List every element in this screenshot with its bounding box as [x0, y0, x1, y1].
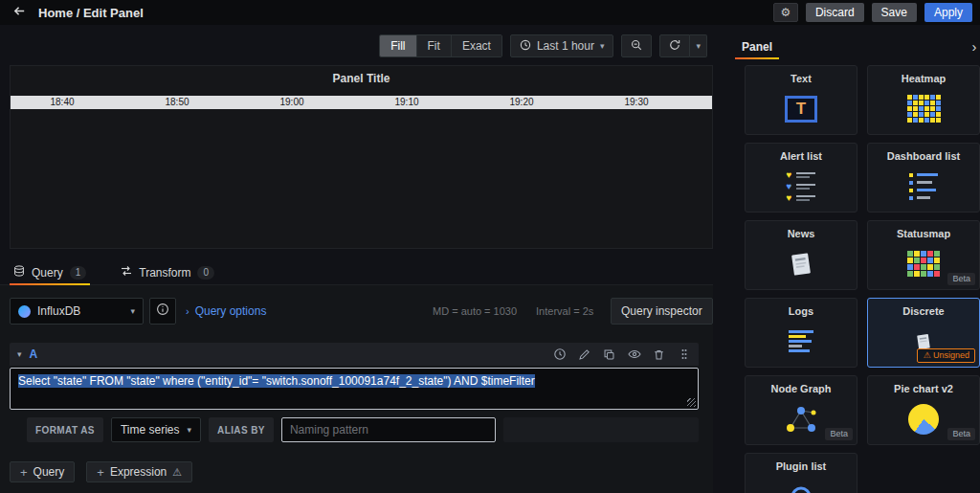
viz-card-name: Alert list: [780, 150, 822, 162]
format-as-label: FORMAT AS: [27, 417, 103, 442]
view-toolbar: Fill Fit Exact Last 1 hour ▾ ▾: [0, 34, 713, 57]
tab-query-label: Query: [32, 266, 63, 280]
topbar-actions: ⚙ Discard Save Apply: [773, 3, 974, 22]
size-mode-fit[interactable]: Fit: [417, 35, 452, 56]
viz-card-news[interactable]: News: [745, 220, 858, 290]
axis-tick: 19:20: [505, 97, 538, 107]
apply-button[interactable]: Apply: [924, 3, 972, 22]
refresh-interval-button[interactable]: ▾: [690, 34, 707, 57]
zoom-out-icon: [631, 39, 642, 54]
sidebar-collapse-button[interactable]: ›: [969, 36, 980, 56]
dashboard-list-icon: [909, 167, 938, 212]
time-range-picker[interactable]: Last 1 hour ▾: [510, 34, 614, 57]
drag-handle-icon[interactable]: [677, 347, 691, 362]
alias-by-label: ALIAS BY: [209, 417, 274, 442]
news-icon: [786, 244, 816, 289]
query-options-label: Query options: [195, 304, 267, 318]
time-range-label: Last 1 hour: [537, 39, 594, 53]
viz-card-text[interactable]: TextT: [745, 65, 858, 135]
query-count-badge: 1: [70, 266, 87, 280]
query-history-icon[interactable]: [552, 347, 567, 362]
zoom-out-button[interactable]: [621, 34, 652, 57]
warning-triangle-icon: ⚠: [172, 466, 182, 479]
viz-card-heatmap[interactable]: Heatmap: [867, 65, 980, 135]
add-query-button[interactable]: + Query: [10, 461, 75, 482]
format-as-value: Time series: [121, 423, 180, 437]
text-icon: T: [785, 89, 817, 134]
datasource-picker[interactable]: InfluxDB ▾: [10, 298, 144, 325]
pie-chart-icon: [908, 399, 939, 444]
settings-button[interactable]: ⚙: [773, 3, 798, 22]
viz-card-badge-unsigned: ⚠ Unsigned: [917, 348, 975, 363]
alias-by-input[interactable]: [281, 417, 496, 442]
query-ref-id: A: [30, 347, 38, 361]
viz-card-dashboard-list[interactable]: Dashboard list: [867, 143, 980, 213]
query-text-editor[interactable]: Select "state" FROM "state" where ("enti…: [10, 368, 699, 410]
logs-icon: [789, 322, 813, 367]
query-row-actions: [552, 347, 691, 362]
edit-panel-page: Home / Edit Panel ⚙ Discard Save Apply F…: [0, 0, 980, 493]
query-inspector-button[interactable]: Query inspector: [611, 298, 713, 325]
viz-card-logs[interactable]: Logs: [745, 298, 858, 368]
tab-query[interactable]: Query 1: [10, 260, 90, 284]
collapse-chevron-icon[interactable]: ▾: [17, 350, 22, 359]
add-query-label: Query: [33, 465, 65, 479]
datasource-help-button[interactable]: [149, 298, 176, 325]
database-icon: [13, 265, 25, 280]
clock-icon: [520, 39, 531, 54]
discard-button[interactable]: Discard: [806, 3, 864, 22]
heatmap-icon: [907, 89, 941, 134]
viz-card-name: Heatmap: [902, 73, 946, 84]
back-button[interactable]: [6, 2, 33, 23]
viz-card-statusmap[interactable]: StatusmapBeta: [867, 220, 980, 290]
viz-card-badge-beta: Beta: [825, 428, 853, 440]
format-as-select[interactable]: Time series ▾: [111, 417, 201, 442]
save-button[interactable]: Save: [872, 3, 917, 22]
size-mode-group: Fill Fit Exact: [379, 34, 502, 57]
info-circle-icon: [156, 303, 169, 320]
chevron-right-icon: ›: [186, 306, 189, 317]
viz-card-discrete[interactable]: Discrete⚠ Unsigned: [867, 298, 980, 368]
add-expression-label: Expression: [110, 465, 167, 479]
form-filler: [503, 417, 699, 442]
resize-handle[interactable]: [687, 398, 696, 407]
panel-preview: Panel Title 18:4018:5019:0019:1019:2019:…: [10, 65, 713, 249]
plus-icon: +: [20, 466, 28, 479]
max-data-points-text: MD = auto = 1030: [433, 305, 517, 317]
edit-icon[interactable]: [577, 347, 591, 362]
viz-card-name: Dashboard list: [887, 150, 960, 162]
tab-panel[interactable]: Panel: [735, 34, 779, 59]
hide-query-eye-icon[interactable]: [627, 347, 641, 362]
viz-card-name: Plugin list: [776, 460, 827, 472]
transform-icon: [121, 265, 132, 280]
axis-tick: 18:40: [46, 97, 78, 107]
query-options-toggle[interactable]: › Query options: [186, 298, 266, 325]
viz-card-alert-list[interactable]: Alert list♥♥♥: [745, 143, 858, 213]
panel-title: Panel Title: [11, 72, 712, 85]
chevron-down-icon: ▾: [188, 426, 192, 435]
query-row-header[interactable]: ▾ A: [10, 343, 699, 366]
chevron-down-icon: ▾: [130, 307, 135, 316]
viz-card-name: Pie chart v2: [894, 383, 953, 394]
duplicate-icon[interactable]: [602, 347, 616, 362]
viz-card-name: Statusmap: [897, 228, 950, 239]
tab-transform[interactable]: Transform 0: [117, 260, 218, 284]
datasource-name: InfluxDB: [37, 304, 80, 318]
viz-card-pie-chart-v2[interactable]: Pie chart v2Beta: [867, 375, 980, 445]
refresh-button[interactable]: [659, 34, 690, 57]
refresh-group: ▾: [659, 34, 707, 57]
viz-card-plugin-list[interactable]: Plugin list: [745, 453, 858, 493]
viz-card-name: Text: [791, 73, 812, 84]
axis-strip: 18:4018:5019:0019:1019:2019:30: [11, 96, 712, 109]
size-mode-fill[interactable]: Fill: [380, 35, 416, 56]
size-mode-exact[interactable]: Exact: [452, 35, 501, 56]
delete-trash-icon[interactable]: [652, 347, 666, 362]
viz-card-node-graph[interactable]: Node GraphBeta: [745, 375, 858, 445]
breadcrumb: Home / Edit Panel: [38, 6, 144, 20]
add-expression-button[interactable]: + Expression ⚠: [86, 461, 192, 482]
refresh-icon: [669, 39, 680, 54]
plugin-list-icon: [789, 477, 813, 493]
viz-card-name: News: [788, 228, 815, 239]
viz-card-name: Logs: [789, 305, 813, 317]
axis-tick: 19:00: [276, 97, 308, 107]
